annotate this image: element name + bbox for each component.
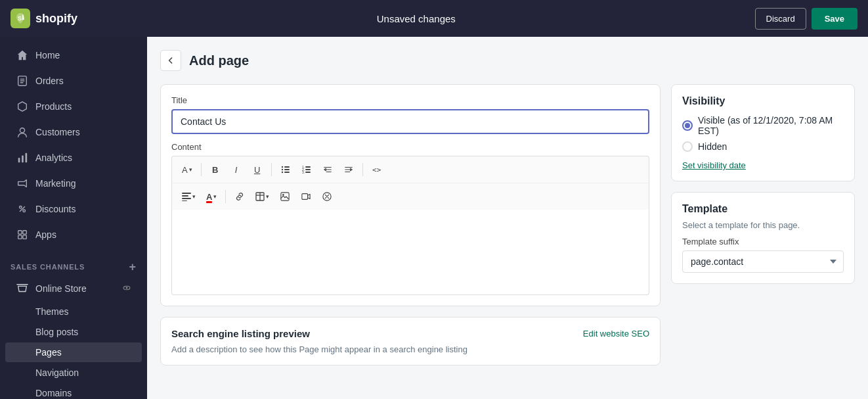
underline-button[interactable]: U xyxy=(248,160,267,179)
sidebar-item-discounts[interactable]: Discounts xyxy=(5,197,142,222)
svg-point-14 xyxy=(281,166,282,168)
svg-rect-15 xyxy=(284,166,290,168)
svg-point-6 xyxy=(20,206,22,209)
template-suffix-label: Template suffix xyxy=(682,237,844,246)
unsaved-status: Unsaved changes xyxy=(377,13,456,24)
seo-description: Add a description to see how this Page m… xyxy=(171,344,649,354)
sidebar-item-products[interactable]: Products xyxy=(5,94,142,119)
discard-button[interactable]: Discard xyxy=(755,8,806,30)
sidebar-item-analytics[interactable]: Analytics xyxy=(5,145,142,170)
shopify-logo-icon: S xyxy=(11,9,30,28)
sidebar-item-pages[interactable]: Pages xyxy=(5,342,142,362)
content-area: Title Content A ▾ B I U xyxy=(160,84,855,365)
video-button[interactable] xyxy=(296,187,316,206)
online-store-icon xyxy=(16,282,29,295)
editor-toolbar-row1: A ▾ B I U 1.2.3. xyxy=(171,156,649,183)
text-color-button[interactable]: A ▾ xyxy=(202,187,221,206)
side-panel: Visibility Visible (as of 12/1/2020, 7:0… xyxy=(671,84,855,284)
table-button[interactable]: ▾ xyxy=(251,187,274,206)
topbar-left: S shopify xyxy=(11,9,77,28)
back-button[interactable] xyxy=(160,50,181,71)
blog-posts-label: Blog posts xyxy=(35,327,78,337)
sidebar-item-online-store[interactable]: Online Store xyxy=(5,276,142,301)
text-color-icon: A xyxy=(206,192,212,202)
svg-rect-8 xyxy=(18,231,22,234)
svg-rect-17 xyxy=(284,169,290,170)
topbar: S shopify Unsaved changes Discard Save xyxy=(0,0,868,37)
sidebar-label-customers: Customers xyxy=(35,127,80,137)
svg-point-13 xyxy=(126,287,128,289)
divider3 xyxy=(362,163,363,176)
clear-format-button[interactable] xyxy=(317,187,337,206)
title-input[interactable] xyxy=(171,109,649,134)
font-size-icon: A xyxy=(182,165,188,175)
sidebar-item-domains[interactable]: Domains xyxy=(5,383,142,399)
sidebar-label-marketing: Marketing xyxy=(35,178,76,189)
svg-rect-10 xyxy=(18,235,22,239)
indent-decrease-button[interactable] xyxy=(318,160,337,179)
title-content-card: Title Content A ▾ B I U xyxy=(160,84,661,306)
divider1 xyxy=(201,163,202,176)
add-sales-channel-button[interactable]: + xyxy=(129,261,137,273)
eye-icon xyxy=(122,283,131,294)
template-suffix-select[interactable]: page.contact page.default page.about pag… xyxy=(682,250,844,273)
edit-seo-link[interactable]: Edit website SEO xyxy=(583,329,649,339)
svg-rect-23 xyxy=(305,169,311,170)
sidebar-item-navigation[interactable]: Navigation xyxy=(5,363,142,383)
svg-point-18 xyxy=(281,172,282,173)
main-content: Add page Title Content A ▾ xyxy=(147,37,868,399)
svg-rect-25 xyxy=(305,172,311,173)
sidebar-item-blog-posts[interactable]: Blog posts xyxy=(5,322,142,342)
sidebar-label-home: Home xyxy=(35,50,60,60)
navigation-label: Navigation xyxy=(35,367,79,378)
marketing-icon xyxy=(16,177,29,190)
align-arrow: ▾ xyxy=(192,193,196,200)
seo-title: Search engine listing preview xyxy=(171,328,310,339)
pages-label: Pages xyxy=(35,347,62,358)
svg-text:3.: 3. xyxy=(302,170,305,174)
visibility-title: Visibility xyxy=(682,95,844,107)
content-label: Content xyxy=(171,142,649,152)
sidebar-item-home[interactable]: Home xyxy=(5,43,142,68)
visible-option[interactable]: Visible (as of 12/1/2020, 7:08 AM EST) xyxy=(682,115,844,136)
editor-body[interactable] xyxy=(171,210,649,295)
sidebar-item-customers[interactable]: Customers xyxy=(5,120,142,145)
sidebar-label-discounts: Discounts xyxy=(35,204,76,214)
code-button[interactable]: <> xyxy=(367,160,387,179)
template-desc: Select a template for this page. xyxy=(682,220,844,230)
text-color-arrow: ▾ xyxy=(213,193,217,200)
link-button[interactable] xyxy=(230,187,250,206)
save-button[interactable]: Save xyxy=(812,8,857,30)
svg-rect-11 xyxy=(23,235,26,239)
divider2 xyxy=(271,163,272,176)
orders-icon xyxy=(16,74,29,87)
sidebar-label-orders: Orders xyxy=(35,76,64,86)
image-button[interactable] xyxy=(275,187,295,206)
set-visibility-date-link[interactable]: Set visibility date xyxy=(682,160,746,170)
visibility-card: Visibility Visible (as of 12/1/2020, 7:0… xyxy=(671,84,855,181)
sales-channels-header: SALES CHANNELS + xyxy=(0,253,147,275)
align-button[interactable]: ▾ xyxy=(177,187,200,206)
template-card: Template Select a template for this page… xyxy=(671,192,855,284)
seo-card: Search engine listing preview Edit websi… xyxy=(160,317,661,365)
list-ordered-button[interactable]: 1.2.3. xyxy=(297,160,316,179)
svg-rect-35 xyxy=(302,194,308,200)
sidebar-item-marketing[interactable]: Marketing xyxy=(5,171,142,196)
editor-toolbar-row2: ▾ A ▾ ▾ xyxy=(171,183,649,210)
products-icon xyxy=(16,100,29,113)
domains-label: Domains xyxy=(35,388,72,398)
analytics-icon xyxy=(16,151,29,164)
svg-rect-27 xyxy=(182,195,188,197)
font-size-button[interactable]: A ▾ xyxy=(177,160,197,179)
italic-button[interactable]: I xyxy=(227,160,246,179)
sidebar-item-orders[interactable]: Orders xyxy=(5,68,142,93)
sidebar-item-apps[interactable]: Apps xyxy=(5,222,142,247)
divider4 xyxy=(225,190,226,203)
bold-button[interactable]: B xyxy=(206,160,225,179)
sidebar-label-apps: Apps xyxy=(35,229,56,240)
sidebar-item-themes[interactable]: Themes xyxy=(5,302,142,321)
list-unordered-button[interactable] xyxy=(276,160,295,179)
indent-increase-button[interactable] xyxy=(339,160,358,179)
hidden-option[interactable]: Hidden xyxy=(682,141,844,152)
table-arrow: ▾ xyxy=(266,193,269,200)
